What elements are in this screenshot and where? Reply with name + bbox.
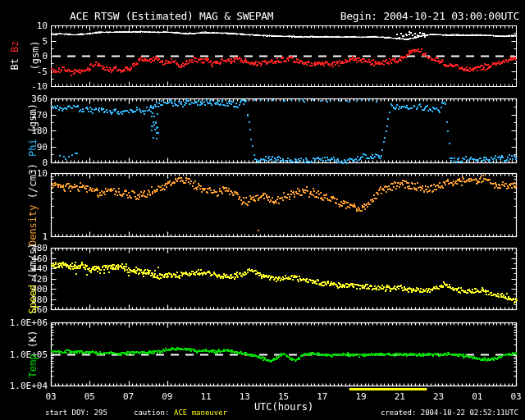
x-tick-label: 17 (311, 392, 334, 401)
y-tick-label: 270 (2, 111, 48, 120)
y-tick-label: 0 (2, 158, 48, 167)
y-tick-label: 420 (2, 275, 48, 284)
plot-canvas (0, 0, 525, 420)
x-tick-label: 21 (388, 392, 411, 401)
y-tick-label: 360 (2, 94, 48, 103)
x-tick-label: 03 (504, 392, 525, 401)
ace-rtsw-plot: ACE RTSW (Estimated) MAG & SWEPAM Begin:… (0, 0, 525, 420)
page-title: ACE RTSW (Estimated) MAG & SWEPAM (70, 11, 273, 21)
y-tick-label: 10 (2, 21, 48, 30)
x-tick-label: 09 (156, 392, 179, 401)
x-tick-label: 03 (39, 392, 62, 401)
y-axis-title-part: (/cm3) (27, 162, 39, 204)
y-tick-label: 480 (2, 244, 48, 253)
x-tick-label: 23 (427, 392, 450, 401)
caution-value: ACE maneuver (174, 409, 227, 417)
y-tick-label: 460 (2, 254, 48, 263)
y-axis-title-part: (K) (27, 330, 39, 354)
x-tick-label: 13 (233, 392, 256, 401)
y-tick-label: 400 (2, 285, 48, 294)
x-tick-label: 07 (117, 392, 140, 401)
y-tick-label: 440 (2, 264, 48, 273)
y-tick-label: -10 (2, 82, 48, 91)
start-doy-label: start DOY: 295 (45, 409, 107, 417)
y-tick-label: 90 (2, 143, 48, 152)
y-tick-label: 380 (2, 295, 48, 304)
y-axis-title-part: Bz (9, 40, 21, 52)
begin-timestamp: Begin: 2004-10-21 03:00:00UTC (340, 11, 519, 21)
y-tick-label: 1 (2, 232, 48, 241)
created-timestamp: created: 2004-10-22 02:52:11UTC (381, 409, 518, 417)
x-tick-label: 19 (349, 392, 372, 401)
caution-label: caution: (134, 409, 169, 417)
x-tick-label: 15 (272, 392, 295, 401)
y-axis-title-part: Bt (9, 52, 21, 71)
y-axis-title-part: (gsm) (27, 103, 39, 139)
y-tick-label: 10 (2, 169, 48, 178)
y-axis-title-temp: Temp (K) (28, 296, 39, 411)
y-tick-label: 1.0E+06 (2, 318, 48, 327)
x-tick-label: 01 (466, 392, 489, 401)
x-tick-label: 11 (194, 392, 217, 401)
y-tick-label: 180 (2, 126, 48, 135)
y-tick-label: 1.0E+05 (2, 350, 48, 359)
x-axis-title: UTC(hours) (253, 402, 314, 412)
y-tick-label: 1.0E+04 (2, 381, 48, 390)
y-axis-title-part: Temp (27, 354, 39, 377)
y-axis-title-part: (km/s) (27, 243, 39, 285)
y-axis-title-part: (gsm) (30, 40, 41, 70)
x-tick-label: 05 (78, 392, 101, 401)
y-tick-label: 360 (2, 305, 48, 314)
